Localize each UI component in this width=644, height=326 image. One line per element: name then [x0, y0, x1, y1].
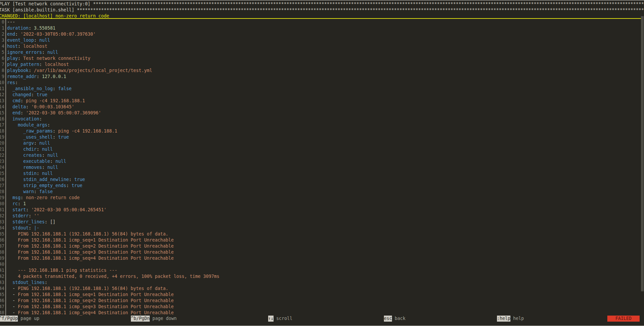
yaml-token-punc: : [47, 122, 50, 128]
yaml-line: 27 strip_empty_ends: true [0, 183, 644, 189]
yaml-token-punc: : [15, 80, 18, 85]
yaml-token-punc: : [37, 171, 42, 176]
yaml-line: 11 _ansible_no_log: false [0, 86, 644, 92]
yaml-token-key: event_loop [7, 38, 34, 43]
yaml-line: 18 _raw_params: ping -c4 192.168.188.1 [0, 128, 644, 134]
yaml-token-const: null [39, 38, 50, 43]
yaml-token-key: _uses_shell [23, 135, 53, 140]
yaml-token-key: remote_addr [7, 74, 37, 79]
yaml-line: 3 event_loop: null [0, 37, 644, 43]
yaml-token-str: From 192.168.188.1 icmp_seq=3 Destinatio… [7, 250, 174, 255]
yaml-token-key: stdout_lines [12, 280, 45, 285]
yaml-token-key: start [12, 207, 26, 212]
yaml-token-punc: : [39, 116, 42, 121]
yaml-token-str: '2022-03-30 05:00:07.369096' [26, 110, 101, 115]
yaml-line: 2 end: '2022-03-30T05:00:07.397630' [0, 31, 644, 37]
yaml-line: 14 delta: '0:00:03.103645' [0, 104, 644, 110]
yaml-line: 0 --- [0, 19, 644, 25]
yaml-token-punc: : [29, 26, 34, 31]
yaml-token-key: delta [12, 104, 26, 109]
yaml-token-punc: : [34, 189, 39, 194]
yaml-token-punc: : [39, 62, 45, 67]
yaml-line: 34 stdout: |- [0, 225, 644, 231]
key-hint-page-down-key: ^b/PgDn [131, 316, 150, 322]
yaml-token-key: strip_empty_ends [23, 183, 66, 188]
yaml-token-punc [7, 129, 23, 134]
yaml-token-const: false [58, 86, 72, 91]
yaml-line: 16 invocation: [0, 116, 644, 122]
key-hint-back-label: back [395, 316, 405, 322]
yaml-token-punc [7, 104, 12, 109]
yaml-token-punc: : [37, 147, 42, 152]
yaml-token-key: creates [23, 153, 42, 158]
yaml-line: 35 PING 192.168.188.1 (192.168.188.1) 56… [0, 231, 644, 237]
yaml-token-punc: - [7, 304, 18, 309]
yaml-token-str: From 192.168.188.1 icmp_seq=4 Destinatio… [18, 310, 174, 315]
key-hint-page-down-label: page down [152, 316, 177, 322]
yaml-output: 0 --- 1 duration: 3.550581 2 end: '2022-… [0, 19, 644, 316]
yaml-line: 45 - From 192.168.188.1 icmp_seq=1 Desti… [0, 292, 644, 298]
yaml-token-const: null [47, 50, 58, 55]
terminal-screen[interactable]: PLAY [Test network connectivity:0] *****… [0, 0, 644, 326]
yaml-token-punc [7, 213, 12, 218]
yaml-token-const: null [39, 141, 50, 146]
yaml-token-punc: : [34, 141, 39, 146]
yaml-token-str: non-zero return code [26, 195, 80, 200]
key-hint-scroll-key: ↑↓ [268, 316, 274, 322]
yaml-token-key: end [7, 32, 15, 37]
yaml-line: 37 From 192.168.188.1 icmp_seq=2 Destina… [0, 243, 644, 249]
yaml-token-punc [7, 171, 23, 176]
yaml-token-const: true [74, 177, 85, 182]
yaml-token-punc: [] [50, 219, 56, 224]
yaml-token-punc: --- [7, 20, 15, 25]
yaml-token-num: 3.550581 [34, 26, 56, 31]
yaml-token-const: true [37, 92, 47, 97]
yaml-token-key: module_args [18, 122, 47, 128]
yaml-line: 13 cmd: ping -c4 192.168.188.1 [0, 98, 644, 104]
yaml-token-key: chdir [23, 147, 37, 152]
yaml-token-key: host [7, 44, 18, 49]
yaml-token-str: From 192.168.188.1 icmp_seq=1 Destinatio… [7, 238, 174, 243]
yaml-token-punc [7, 219, 12, 224]
yaml-token-key: _raw_params [23, 129, 53, 134]
yaml-line: 44 - PING 192.168.188.1 (192.168.188.1) … [0, 286, 644, 292]
yaml-token-num: 1 [23, 201, 26, 206]
yaml-token-punc: : [26, 207, 31, 212]
play-banner-line: PLAY [Test network connectivity:0] *****… [0, 1, 644, 7]
yaml-token-punc: : [34, 38, 39, 43]
yaml-token-str: ping -c4 192.168.188.1 [26, 98, 85, 103]
yaml-line: 33 stderr_lines: [] [0, 219, 644, 225]
yaml-line: 9 remote_addr: 127.0.0.1 [0, 74, 644, 80]
yaml-line: 48 - From 192.168.188.1 icmp_seq=4 Desti… [0, 310, 644, 316]
yaml-line: 19 _uses_shell: true [0, 134, 644, 140]
key-hint-back-key: esc [384, 316, 392, 322]
yaml-line: 15 end: '2022-03-30 05:00:07.369096' [0, 110, 644, 116]
yaml-token-punc [7, 92, 12, 97]
yaml-token-key: _ansible_no_log [12, 86, 53, 91]
yaml-token-key: duration [7, 26, 29, 31]
yaml-token-const: false [39, 189, 53, 194]
yaml-token-key: ignore_errors [7, 50, 42, 55]
scrollbar-thumb[interactable] [641, 16, 644, 291]
yaml-token-const: null [42, 171, 53, 176]
yaml-token-punc [7, 165, 23, 170]
yaml-token-punc: : [26, 104, 31, 109]
yaml-token-punc [7, 225, 12, 230]
yaml-token-punc [7, 201, 12, 206]
yaml-token-punc: : [50, 159, 56, 164]
yaml-line: 6 play: Test network connectivity [0, 56, 644, 62]
yaml-token-str: From 192.168.188.1 icmp_seq=2 Destinatio… [18, 298, 174, 303]
yaml-line: 20 argv: null [0, 140, 644, 146]
yaml-token-punc: : [15, 32, 21, 37]
yaml-token-const: true [58, 135, 69, 140]
yaml-token-str: --- 192.168.188.1 ping statistics --- [7, 268, 117, 273]
yaml-token-str: /var/lib/awx/projects/local_project/test… [34, 68, 152, 73]
yaml-line: 22 creates: null [0, 152, 644, 158]
yaml-token-str: PING 192.168.188.1 (192.168.188.1) 56(84… [7, 231, 168, 237]
yaml-token-key: removes [23, 165, 42, 170]
yaml-token-str: ping -c4 192.168.188.1 [58, 129, 117, 134]
yaml-token-punc: - [7, 298, 18, 303]
yaml-token-str: '2022-03-30 05:00:04.265451' [31, 207, 107, 212]
yaml-line: 29 msg: non-zero return code [0, 195, 644, 201]
yaml-token-key: res [7, 80, 15, 85]
